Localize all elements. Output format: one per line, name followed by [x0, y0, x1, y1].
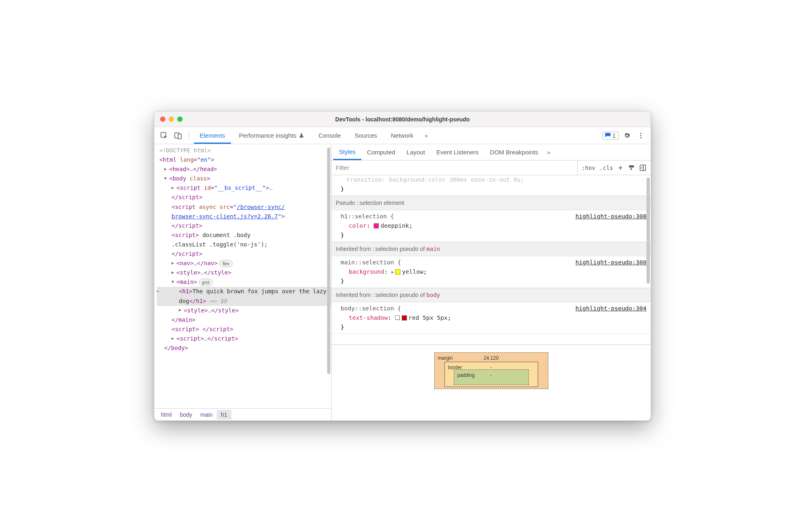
rule-main-selection[interactable]: highlight-pseudo:300 main::selection { b…	[332, 256, 651, 288]
padding-top-val[interactable]: -	[454, 372, 528, 379]
twistie-icon[interactable]: ▶	[172, 335, 176, 342]
rule1-prop[interactable]: color	[349, 222, 367, 229]
html-open[interactable]: html	[163, 156, 176, 163]
rule-body-selection[interactable]: highlight-pseudo:304 body::selection { t…	[332, 302, 651, 334]
devtools-window: DevTools - localhost:8080/demo/highlight…	[154, 111, 651, 421]
cls-toggle[interactable]: .cls	[599, 165, 613, 171]
doctype-node[interactable]: <!DOCTYPE html>	[159, 147, 211, 154]
subtab-layout[interactable]: Layout	[401, 144, 431, 160]
close-window-button[interactable]	[160, 117, 165, 122]
settings-icon[interactable]	[621, 130, 633, 141]
tab-elements[interactable]: Elements	[194, 127, 231, 144]
rule-partial[interactable]: transition: background-color 300ms ease-…	[332, 175, 651, 196]
box-model[interactable]: margin 24.120 border - padding -	[332, 345, 651, 389]
section-inherit-main: Inherited from ::selection pseudo of mai…	[332, 242, 651, 256]
tab-console[interactable]: Console	[312, 127, 346, 144]
maximize-window-button[interactable]	[177, 117, 183, 122]
style-node[interactable]: style	[180, 269, 197, 276]
box-model-border[interactable]: border - padding -	[444, 362, 538, 387]
nav-node[interactable]: nav	[180, 260, 190, 266]
twistie-icon[interactable]: ▼	[164, 175, 169, 182]
attr-id-val: "__bs_script__"	[214, 185, 266, 191]
src-link-b[interactable]: browser-sync-client.js?v=2.26.7	[172, 213, 278, 220]
twistie-icon[interactable]: ▶	[172, 269, 176, 276]
main-node[interactable]: main	[180, 279, 194, 285]
subtab-computed[interactable]: Computed	[361, 144, 401, 160]
source-link-1[interactable]: highlight-pseudo:308	[575, 212, 647, 221]
grid-pill[interactable]: grid	[199, 279, 213, 286]
box-model-margin[interactable]: margin 24.120 border - padding -	[434, 352, 548, 389]
expand-icon[interactable]: ▶	[392, 269, 394, 275]
more-subtabs-icon[interactable]: »	[544, 149, 554, 156]
twistie-icon[interactable]: ▶	[172, 185, 176, 191]
twistie-icon[interactable]: ▼	[172, 279, 176, 286]
source-link-2[interactable]: highlight-pseudo:300	[575, 258, 647, 267]
box-model-padding[interactable]: padding -	[454, 369, 529, 385]
computed-sidebar-icon[interactable]	[639, 164, 647, 171]
h1-close: h1	[196, 298, 203, 304]
style-node-inner[interactable]: style	[187, 307, 204, 314]
margin-top-val[interactable]: 24.120	[435, 354, 548, 362]
color-swatch[interactable]	[395, 269, 400, 275]
inherit-body-el[interactable]: body	[427, 292, 440, 298]
twistie-icon[interactable]: ▶	[172, 260, 176, 267]
new-style-rule-icon[interactable]	[617, 165, 624, 171]
dom-tree-scroller[interactable]: <!DOCTYPE html> <html lang="en"> ▶<head>…	[154, 144, 331, 408]
tab-sources[interactable]: Sources	[349, 127, 383, 144]
device-toolbar-icon[interactable]	[172, 130, 184, 141]
paint-icon[interactable]	[628, 164, 635, 171]
script-node-3[interactable]: script	[175, 232, 196, 238]
attr-class: class	[190, 175, 207, 182]
script-node-2[interactable]: script	[175, 204, 196, 210]
crumb-body[interactable]: body	[176, 410, 196, 420]
crumb-h1[interactable]: h1	[217, 410, 231, 420]
twistie-icon[interactable]: ▶	[164, 166, 169, 173]
styles-content[interactable]: transition: background-color 300ms ease-…	[332, 175, 651, 420]
script-node-1[interactable]: script	[180, 185, 200, 191]
rule2-val[interactable]: yellow	[402, 268, 423, 275]
crumb-main[interactable]: main	[196, 410, 217, 420]
rule1-val[interactable]: deeppink	[381, 222, 409, 229]
rule-h1-selection[interactable]: highlight-pseudo:308 h1::selection { col…	[332, 210, 651, 242]
src-link-a[interactable]: /browser-sync/	[237, 204, 285, 210]
minimize-window-button[interactable]	[169, 117, 174, 122]
styles-filter-input[interactable]	[332, 160, 577, 175]
issues-badge[interactable]: 1	[603, 132, 619, 140]
crumb-html[interactable]: html	[157, 410, 176, 420]
inherit-main-el[interactable]: main	[427, 246, 440, 252]
inspect-icon[interactable]	[158, 130, 170, 141]
rule2-prop[interactable]: background	[349, 268, 384, 275]
styles-panel: Styles Computed Layout Event Listeners D…	[332, 144, 651, 420]
dom-tree[interactable]: <!DOCTYPE html> <html lang="en"> ▶<head>…	[154, 144, 331, 354]
dom-scrollbar[interactable]	[327, 147, 330, 405]
window-title: DevTools - localhost:8080/demo/highlight…	[154, 116, 651, 123]
h1-node-selected[interactable]: <h1>The quick brown fox jumps over the l…	[157, 287, 331, 306]
rule3-selector[interactable]: body::selection {	[341, 305, 401, 312]
rule1-selector[interactable]: h1::selection {	[341, 213, 394, 220]
subtab-dom-breakpoints[interactable]: DOM Breakpoints	[484, 144, 544, 160]
flex-pill[interactable]: flex	[219, 260, 233, 267]
script-close: script	[209, 326, 230, 332]
body-node[interactable]: body	[172, 175, 186, 182]
rule3-prop[interactable]: text-shadow	[349, 314, 388, 321]
color-swatch[interactable]	[402, 315, 407, 321]
eq0-marker: == $0	[206, 298, 227, 304]
script-node-5[interactable]: script	[180, 335, 200, 342]
subtab-event-listeners[interactable]: Event Listeners	[431, 144, 484, 160]
script-close: script	[178, 222, 199, 229]
source-link-3[interactable]: highlight-pseudo:304	[575, 304, 647, 313]
script-node-4[interactable]: script	[175, 326, 196, 332]
shadow-icon[interactable]	[395, 315, 400, 321]
tab-network[interactable]: Network	[385, 127, 419, 144]
tab-performance-insights[interactable]: Performance insights	[233, 127, 310, 144]
color-swatch[interactable]	[374, 223, 379, 229]
kebab-menu-icon[interactable]	[635, 130, 647, 141]
rule2-selector[interactable]: main::selection {	[341, 259, 401, 266]
twistie-icon[interactable]: ▶	[179, 307, 184, 314]
hov-toggle[interactable]: :hov	[582, 165, 596, 171]
more-tabs-icon[interactable]: »	[422, 132, 431, 139]
titlebar: DevTools - localhost:8080/demo/highlight…	[154, 112, 651, 127]
rule3-val[interactable]: red 5px 5px	[409, 314, 448, 321]
head-node[interactable]: head	[172, 166, 186, 172]
subtab-styles[interactable]: Styles	[333, 144, 361, 160]
